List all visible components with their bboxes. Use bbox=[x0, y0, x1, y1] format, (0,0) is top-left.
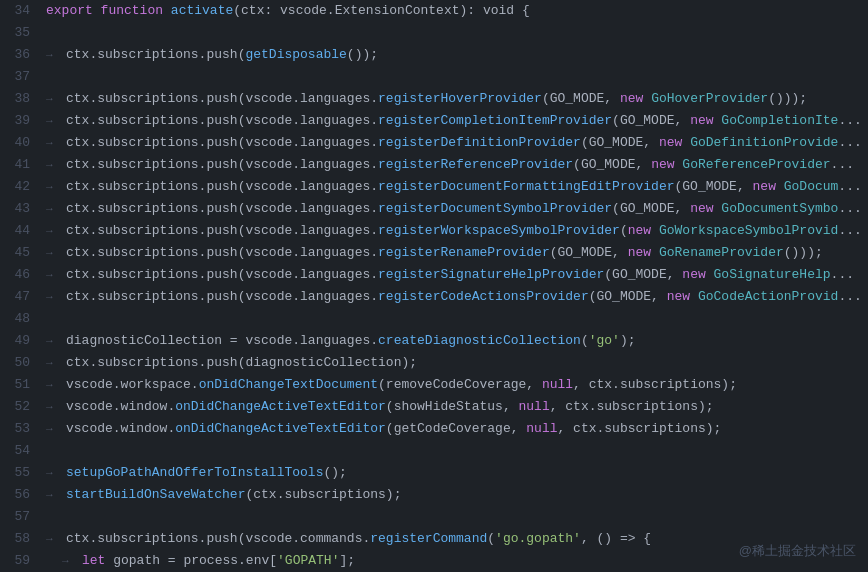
token-plain: , ctx.subscriptions); bbox=[573, 377, 737, 392]
code-text: ctx.subscriptions.push(vscode.languages.… bbox=[66, 132, 862, 154]
code-editor: 3435363738394041424344454647484950515253… bbox=[0, 0, 868, 572]
token-go-type: GoDefinitionProvide bbox=[690, 135, 838, 150]
token-plain: diagnosticCollection = vscode.languages. bbox=[66, 333, 378, 348]
line-number: 34 bbox=[8, 0, 30, 22]
token-plain: ... bbox=[831, 267, 854, 282]
line-number: 59 bbox=[8, 550, 30, 572]
code-line bbox=[42, 506, 868, 528]
token-kw: function bbox=[101, 3, 171, 18]
code-line: export function activate(ctx: vscode.Ext… bbox=[42, 0, 868, 22]
token-go-type: GoCodeActionProvid bbox=[698, 289, 838, 304]
code-text: ctx.subscriptions.push(vscode.languages.… bbox=[66, 220, 862, 242]
token-plain: , ctx.subscriptions); bbox=[550, 399, 714, 414]
token-plain: , () => { bbox=[581, 531, 651, 546]
code-line bbox=[42, 66, 868, 88]
token-fn: registerDocumentSymbolProvider bbox=[378, 201, 612, 216]
token-plain: (ctx.subscriptions); bbox=[245, 487, 401, 502]
arrow-icon: → bbox=[46, 484, 60, 506]
line-number: 43 bbox=[8, 198, 30, 220]
token-kw: new bbox=[753, 179, 784, 194]
line-number: 37 bbox=[8, 66, 30, 88]
line-number: 58 bbox=[8, 528, 30, 550]
arrow-icon: → bbox=[62, 550, 76, 572]
arrow-icon: → bbox=[46, 176, 60, 198]
token-go-type: GoCompletionIte bbox=[721, 113, 838, 128]
token-fn: setupGoPathAndOfferToInstallTools bbox=[66, 465, 323, 480]
code-line bbox=[42, 308, 868, 330]
token-plain: ctx.subscriptions.push(vscode.commands. bbox=[66, 531, 370, 546]
token-plain: ( bbox=[487, 531, 495, 546]
token-plain: ... bbox=[838, 201, 861, 216]
code-text: vscode.window.onDidChangeActiveTextEdito… bbox=[66, 418, 721, 440]
arrow-icon: → bbox=[46, 242, 60, 264]
code-line: →vscode.window.onDidChangeActiveTextEdit… bbox=[42, 396, 868, 418]
token-str: 'go' bbox=[589, 333, 620, 348]
token-fn: registerCompletionItemProvider bbox=[378, 113, 612, 128]
token-kw: new bbox=[659, 135, 690, 150]
arrow-icon: → bbox=[46, 352, 60, 374]
line-number: 55 bbox=[8, 462, 30, 484]
code-text: ctx.subscriptions.push(getDisposable()); bbox=[66, 44, 378, 66]
token-plain: ctx.subscriptions.push(vscode.languages. bbox=[66, 267, 378, 282]
line-number: 47 bbox=[8, 286, 30, 308]
token-plain: ctx.subscriptions.push(vscode.languages. bbox=[66, 223, 378, 238]
line-number: 51 bbox=[8, 374, 30, 396]
token-plain: ... bbox=[838, 179, 861, 194]
token-plain: (GO_MODE, bbox=[604, 267, 682, 282]
token-plain: ()); bbox=[347, 47, 378, 62]
code-text: ctx.subscriptions.push(vscode.languages.… bbox=[66, 286, 862, 308]
token-fn: registerHoverProvider bbox=[378, 91, 542, 106]
token-fn: registerRenameProvider bbox=[378, 245, 550, 260]
code-text: ctx.subscriptions.push(vscode.languages.… bbox=[66, 110, 862, 132]
token-go-type: GoRenameProvider bbox=[659, 245, 784, 260]
code-text: ctx.subscriptions.push(vscode.languages.… bbox=[66, 176, 862, 198]
token-plain: gopath = process.env[ bbox=[113, 553, 277, 568]
arrow-icon: → bbox=[46, 154, 60, 176]
code-line: →ctx.subscriptions.push(vscode.languages… bbox=[42, 110, 868, 132]
token-plain: ); bbox=[620, 333, 636, 348]
arrow-icon: → bbox=[46, 286, 60, 308]
line-number: 36 bbox=[8, 44, 30, 66]
token-plain: (GO_MODE, bbox=[581, 135, 659, 150]
arrow-icon: → bbox=[46, 132, 60, 154]
token-plain: , ctx.subscriptions); bbox=[558, 421, 722, 436]
code-line: →diagnosticCollection = vscode.languages… bbox=[42, 330, 868, 352]
token-go-type: GoReferenceProvider bbox=[682, 157, 830, 172]
line-number: 54 bbox=[8, 440, 30, 462]
code-line: →ctx.subscriptions.push(diagnosticCollec… bbox=[42, 352, 868, 374]
code-line: →ctx.subscriptions.push(vscode.languages… bbox=[42, 198, 868, 220]
code-line: →ctx.subscriptions.push(vscode.languages… bbox=[42, 286, 868, 308]
code-line: →ctx.subscriptions.push(vscode.languages… bbox=[42, 264, 868, 286]
token-kw: export bbox=[46, 3, 101, 18]
token-go-type: GoSignatureHelp bbox=[714, 267, 831, 282]
line-number: 39 bbox=[8, 110, 30, 132]
token-go-type: GoWorkspaceSymbolProvid bbox=[659, 223, 838, 238]
code-line: →ctx.subscriptions.push(vscode.languages… bbox=[42, 220, 868, 242]
token-plain: ctx.subscriptions.push(vscode.languages. bbox=[66, 201, 378, 216]
token-fn: registerDocumentFormattingEditProvider bbox=[378, 179, 674, 194]
token-plain: ctx.subscriptions.push(vscode.languages. bbox=[66, 135, 378, 150]
line-number: 49 bbox=[8, 330, 30, 352]
token-kw: new bbox=[651, 157, 682, 172]
code-text: ctx.subscriptions.push(vscode.languages.… bbox=[66, 154, 854, 176]
token-fn: onDidChangeTextDocument bbox=[199, 377, 378, 392]
token-kw: new bbox=[690, 201, 721, 216]
arrow-icon: → bbox=[46, 220, 60, 242]
token-plain: ( bbox=[581, 333, 589, 348]
token-fn: registerWorkspaceSymbolProvider bbox=[378, 223, 620, 238]
token-plain: ... bbox=[838, 135, 861, 150]
arrow-icon: → bbox=[46, 264, 60, 286]
token-fn: startBuildOnSaveWatcher bbox=[66, 487, 245, 502]
line-number: 53 bbox=[8, 418, 30, 440]
code-text: vscode.workspace.onDidChangeTextDocument… bbox=[66, 374, 737, 396]
line-number: 41 bbox=[8, 154, 30, 176]
token-str: 'GOPATH' bbox=[277, 553, 339, 568]
token-kw: let bbox=[82, 553, 113, 568]
watermark: @稀土掘金技术社区 bbox=[739, 542, 856, 560]
token-plain: (GO_MODE, bbox=[675, 179, 753, 194]
line-number: 50 bbox=[8, 352, 30, 374]
code-area: export function activate(ctx: vscode.Ext… bbox=[42, 0, 868, 572]
code-text: ctx.subscriptions.push(vscode.languages.… bbox=[66, 198, 862, 220]
token-plain: ... bbox=[831, 157, 854, 172]
token-plain: ]; bbox=[339, 553, 355, 568]
